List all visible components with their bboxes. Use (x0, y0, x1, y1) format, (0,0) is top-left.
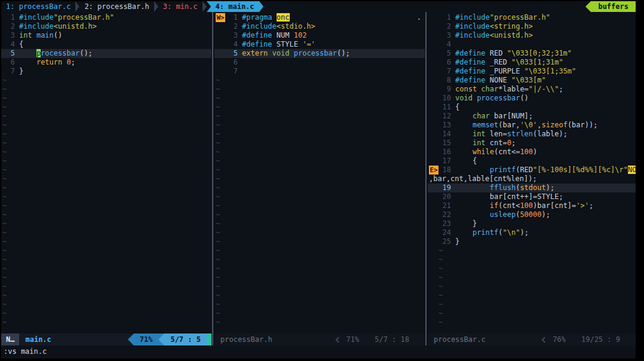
token (290, 49, 294, 57)
code-line[interactable]: 16 while(cnt<=100) (428, 148, 636, 157)
buffer-processbar-c[interactable]: 1#include"processBar.h" 2#include<string… (428, 12, 636, 334)
code-line[interactable]: 20 bar[cnt++]=STYLE; (428, 192, 636, 201)
tilde-line: ~ (214, 139, 425, 148)
token: int (473, 130, 486, 138)
sign-column (429, 139, 438, 148)
code-line[interactable]: 9const char*lable="|/-\\"; (428, 85, 636, 94)
code-line[interactable]: 4{ (1, 40, 211, 49)
code-line[interactable]: 1#include"processBar.h" (1, 13, 211, 22)
tab-1[interactable]: 1: processBar.c (1, 1, 75, 12)
token: stdout (520, 183, 545, 192)
code-line[interactable]: 5 processbar(); (1, 49, 211, 58)
token: '\0' (520, 121, 537, 129)
tab-4[interactable]: 4: main.c (211, 1, 259, 12)
tab-3[interactable]: 3: min.c (158, 1, 203, 12)
tilde-line: ~ (214, 255, 425, 264)
code-line[interactable]: 24 printf("\n"); (428, 228, 636, 237)
code-line[interactable]: 8#define NONE "\033[m" (428, 76, 636, 85)
tab-separator-icon (203, 1, 207, 12)
token: strlen (507, 130, 533, 138)
code-text: usleep(50000); (455, 210, 636, 219)
code-line[interactable]: 7 (214, 67, 425, 76)
line-number: 19 (438, 183, 455, 192)
statusline-percent: 71% (346, 335, 360, 344)
code-line[interactable]: 14 int len=strlen(lable); (428, 130, 636, 139)
statusline-position: 5/7 : 18 (375, 335, 409, 344)
token: #include (242, 22, 277, 30)
code-text: ,bar,cnt,lable[cnt%len]); (429, 175, 636, 183)
code-line[interactable]: 15 int cnt=0; (428, 139, 636, 148)
code-text: printf(RED"[%-100s][%d%%][%c]\r"NONE (455, 166, 636, 175)
code-line[interactable]: 13 memset(bar,'\0',sizeof(bar)); (428, 121, 636, 130)
tilde-marker: ~ (216, 282, 220, 291)
token: int (473, 139, 486, 147)
code-line[interactable]: 7#define _PURPLE "\033[1;35m" (428, 67, 636, 76)
tilde-marker: ~ (216, 157, 220, 166)
code-line[interactable]: W>1#pragma onc. (214, 13, 425, 22)
buffer-main-c[interactable]: 1#include"processBar.h"2#include<unistd.… (1, 12, 211, 334)
code-line[interactable]: 21 if(cnt<100)bar[cnt]='>'; (428, 201, 636, 210)
token: #include (455, 31, 490, 39)
code-line[interactable]: 7} (1, 67, 211, 76)
code-line[interactable]: 3#include<unistd.h> (428, 31, 636, 40)
sign-column (429, 183, 438, 192)
tilde-line: ~ (1, 291, 211, 300)
code-line[interactable]: 1#include"processBar.h" (428, 13, 636, 22)
code-line[interactable]: E>18 printf(RED"[%-100s][%d%%][%c]\r"NON… (428, 166, 636, 175)
tab-2[interactable]: 2: processBar.h (79, 1, 154, 12)
tilde-line: ~ (214, 237, 425, 246)
buffer-processbar-h[interactable]: W>1#pragma onc. 2#include<stdio.h> 3#def… (214, 12, 425, 334)
code-line[interactable]: 6#define _RED "\033[1;31m" (428, 58, 636, 67)
tilde-line: ~ (1, 183, 211, 192)
code-line[interactable]: 4#define STYLE '=' (214, 40, 425, 49)
code-line[interactable]: 2#include<stdio.h> (214, 22, 425, 31)
tilde-marker: ~ (2, 121, 7, 130)
tilde-line: ~ (214, 246, 425, 255)
sign-column (429, 40, 438, 49)
tilde-marker: ~ (2, 210, 7, 219)
token: #define (242, 40, 272, 48)
diagnostic-sign: W> (216, 13, 225, 22)
tilde-marker: ~ (429, 300, 443, 309)
code-text: processbar(); (19, 49, 211, 58)
code-line[interactable]: 19 fflush(stdout); (428, 183, 636, 192)
tilde-marker: ~ (216, 139, 220, 148)
token: rocessbar (41, 49, 79, 57)
code-line[interactable]: 6 return 0; (1, 58, 211, 67)
code-line[interactable]: 2#include<unistd.h> (1, 22, 211, 31)
tilde-line: ~ (214, 219, 425, 228)
window-separator[interactable] (425, 12, 428, 345)
window-separator[interactable] (211, 12, 214, 345)
tilde-line: ~ (1, 309, 211, 318)
tilde-line: ~ (1, 103, 211, 112)
token: memset (473, 121, 498, 129)
code-line[interactable]: 17 { (428, 157, 636, 166)
code-line[interactable]: 10void processbar() (428, 94, 636, 103)
code-line[interactable]: 5extern void processbar(); (214, 49, 425, 58)
code-line[interactable]: 6 (214, 58, 425, 67)
token: ,bar,cnt,lable[cnt%len]); (429, 175, 537, 183)
code-line[interactable]: 2#include<string.h> (428, 22, 636, 31)
code-line[interactable]: 3#define NUM 102 (214, 31, 425, 40)
token: } (455, 219, 477, 228)
line-number: 4 (438, 40, 455, 49)
code-line[interactable]: 3int main() (1, 31, 211, 40)
tilde-line: ~ (214, 264, 425, 273)
token: _RED (486, 58, 511, 66)
tilde-line: ~ (1, 85, 211, 94)
command-line[interactable]: :vs main.c (1, 345, 636, 359)
code-line[interactable]: ,bar,cnt,lable[cnt%len]); (428, 175, 636, 183)
code-line[interactable]: 25} (428, 237, 636, 246)
code-line[interactable]: 23 } (428, 219, 636, 228)
code-line[interactable]: 11{ (428, 103, 636, 112)
code-line[interactable]: 4 (428, 40, 636, 49)
token: { (455, 157, 477, 165)
tilde-line: ~ (214, 130, 425, 139)
token: processbar (477, 94, 520, 102)
statusline-main-c: N…main.c71%5/7 : 5 (1, 334, 211, 345)
code-line[interactable]: 5#define RED "\033[0;32;31m" (428, 49, 636, 58)
code-line[interactable]: 22 usleep(50000); (428, 210, 636, 219)
code-line[interactable]: 12 char bar[NUM]; (428, 112, 636, 121)
tilde-marker: ~ (2, 318, 7, 327)
sign-column (216, 40, 225, 49)
